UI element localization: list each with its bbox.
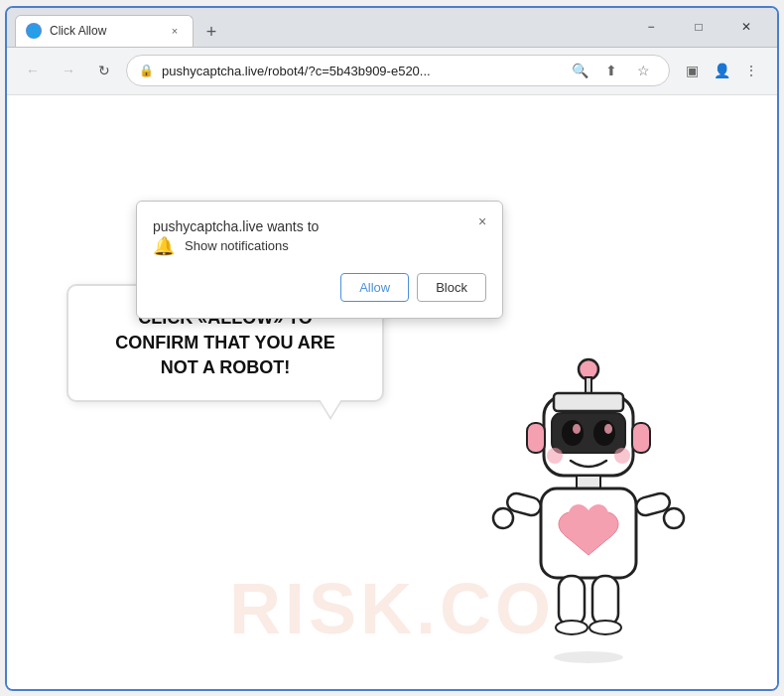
- search-icon[interactable]: 🔍: [566, 57, 593, 84]
- address-input[interactable]: 🔒 pushycaptcha.live/robot4/?c=5b43b909-e…: [126, 55, 670, 86]
- svg-rect-3: [554, 393, 623, 411]
- maximize-button[interactable]: □: [676, 7, 721, 47]
- svg-point-8: [604, 424, 612, 434]
- popup-buttons: Allow Block: [153, 273, 486, 302]
- toolbar-right: ▣ 👤 ⋮: [678, 57, 765, 84]
- back-button[interactable]: ←: [19, 57, 47, 84]
- svg-point-10: [614, 448, 630, 464]
- svg-point-5: [562, 420, 584, 446]
- svg-rect-11: [527, 423, 545, 453]
- popup-close-button[interactable]: ×: [472, 211, 492, 231]
- tab-title: Click Allow: [50, 24, 159, 38]
- tab-close-button[interactable]: ×: [167, 23, 183, 39]
- page-content: RISK.CO pushycaptcha.live wants to × 🔔 S…: [7, 95, 777, 689]
- svg-point-7: [573, 424, 581, 434]
- notification-popup: pushycaptcha.live wants to × 🔔 Show noti…: [136, 201, 503, 319]
- browser-window: 🌐 Click Allow × + − □ ✕ ← → ↻ 🔒 pushycap…: [5, 6, 779, 691]
- close-button[interactable]: ✕: [723, 7, 769, 47]
- address-icons: 🔍 ⬆ ☆: [566, 57, 657, 84]
- svg-rect-20: [592, 576, 618, 626]
- favicon-icon: 🌐: [28, 26, 40, 37]
- svg-rect-12: [632, 423, 650, 453]
- block-button[interactable]: Block: [417, 273, 486, 302]
- window-controls: − □ ✕: [628, 7, 769, 47]
- new-tab-button[interactable]: +: [197, 19, 225, 47]
- lock-icon: 🔒: [139, 64, 154, 77]
- address-bar: ← → ↻ 🔒 pushycaptcha.live/robot4/?c=5b43…: [7, 48, 777, 95]
- allow-button[interactable]: Allow: [340, 273, 409, 302]
- title-bar: 🌐 Click Allow × + − □ ✕: [7, 8, 777, 48]
- tab-strip: 🌐 Click Allow × +: [15, 8, 628, 47]
- tab-favicon: 🌐: [26, 23, 42, 39]
- svg-point-16: [493, 508, 513, 528]
- profile-icon[interactable]: 👤: [708, 57, 735, 84]
- svg-point-6: [593, 420, 615, 446]
- svg-point-18: [664, 508, 684, 528]
- popup-permission: 🔔 Show notifications: [153, 235, 486, 257]
- browser-tab[interactable]: 🌐 Click Allow ×: [15, 15, 194, 47]
- minimize-button[interactable]: −: [628, 7, 674, 47]
- share-icon[interactable]: ⬆: [597, 57, 625, 84]
- forward-button[interactable]: →: [55, 57, 82, 84]
- popup-title: pushycaptcha.live wants to: [153, 218, 319, 234]
- svg-point-22: [556, 621, 588, 634]
- robot-svg: [479, 351, 698, 669]
- bell-icon: 🔔: [153, 235, 175, 257]
- svg-point-23: [589, 621, 621, 634]
- bookmark-icon[interactable]: ☆: [629, 57, 657, 84]
- svg-point-21: [554, 651, 623, 663]
- refresh-button[interactable]: ↻: [90, 57, 118, 84]
- split-view-icon[interactable]: ▣: [678, 57, 706, 84]
- url-text: pushycaptcha.live/robot4/?c=5b43b909-e52…: [162, 64, 558, 78]
- permission-text: Show notifications: [185, 238, 289, 253]
- svg-point-9: [547, 448, 563, 464]
- svg-rect-19: [559, 576, 585, 626]
- robot-illustration: [479, 351, 698, 669]
- menu-icon[interactable]: ⋮: [737, 57, 765, 84]
